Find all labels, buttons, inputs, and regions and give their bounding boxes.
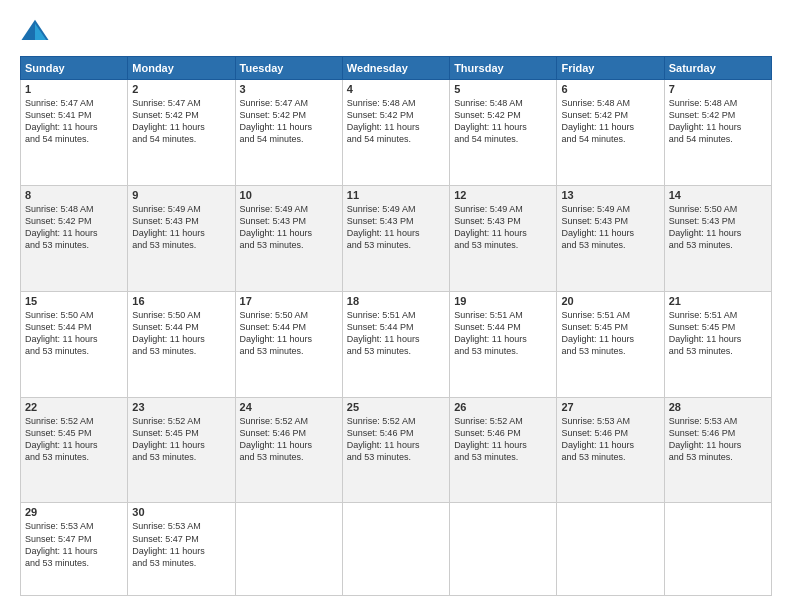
calendar-cell [342, 503, 449, 596]
weekday-header: Tuesday [235, 57, 342, 80]
day-info: Sunrise: 5:52 AMSunset: 5:46 PMDaylight:… [347, 415, 445, 464]
day-number: 4 [347, 83, 445, 95]
day-number: 27 [561, 401, 659, 413]
calendar-cell: 25Sunrise: 5:52 AMSunset: 5:46 PMDayligh… [342, 397, 449, 503]
day-number: 14 [669, 189, 767, 201]
calendar-cell [664, 503, 771, 596]
calendar-week-row: 8Sunrise: 5:48 AMSunset: 5:42 PMDaylight… [21, 185, 772, 291]
calendar-cell: 6Sunrise: 5:48 AMSunset: 5:42 PMDaylight… [557, 80, 664, 186]
calendar-cell: 30Sunrise: 5:53 AMSunset: 5:47 PMDayligh… [128, 503, 235, 596]
weekday-header-row: SundayMondayTuesdayWednesdayThursdayFrid… [21, 57, 772, 80]
calendar-cell: 15Sunrise: 5:50 AMSunset: 5:44 PMDayligh… [21, 291, 128, 397]
calendar-week-row: 1Sunrise: 5:47 AMSunset: 5:41 PMDaylight… [21, 80, 772, 186]
calendar-week-row: 29Sunrise: 5:53 AMSunset: 5:47 PMDayligh… [21, 503, 772, 596]
day-info: Sunrise: 5:48 AMSunset: 5:42 PMDaylight:… [561, 97, 659, 146]
day-number: 16 [132, 295, 230, 307]
svg-marker-1 [35, 24, 46, 41]
calendar-cell [557, 503, 664, 596]
day-number: 18 [347, 295, 445, 307]
day-number: 22 [25, 401, 123, 413]
calendar-cell: 14Sunrise: 5:50 AMSunset: 5:43 PMDayligh… [664, 185, 771, 291]
day-number: 11 [347, 189, 445, 201]
day-number: 15 [25, 295, 123, 307]
logo-icon [20, 16, 50, 46]
day-info: Sunrise: 5:52 AMSunset: 5:45 PMDaylight:… [25, 415, 123, 464]
calendar-cell: 10Sunrise: 5:49 AMSunset: 5:43 PMDayligh… [235, 185, 342, 291]
calendar-cell: 18Sunrise: 5:51 AMSunset: 5:44 PMDayligh… [342, 291, 449, 397]
weekday-header: Monday [128, 57, 235, 80]
day-info: Sunrise: 5:51 AMSunset: 5:45 PMDaylight:… [561, 309, 659, 358]
calendar-cell: 3Sunrise: 5:47 AMSunset: 5:42 PMDaylight… [235, 80, 342, 186]
day-info: Sunrise: 5:51 AMSunset: 5:45 PMDaylight:… [669, 309, 767, 358]
day-info: Sunrise: 5:51 AMSunset: 5:44 PMDaylight:… [454, 309, 552, 358]
day-info: Sunrise: 5:53 AMSunset: 5:46 PMDaylight:… [561, 415, 659, 464]
day-info: Sunrise: 5:48 AMSunset: 5:42 PMDaylight:… [25, 203, 123, 252]
calendar-table: SundayMondayTuesdayWednesdayThursdayFrid… [20, 56, 772, 596]
calendar-cell: 9Sunrise: 5:49 AMSunset: 5:43 PMDaylight… [128, 185, 235, 291]
day-number: 24 [240, 401, 338, 413]
day-number: 12 [454, 189, 552, 201]
calendar-cell: 13Sunrise: 5:49 AMSunset: 5:43 PMDayligh… [557, 185, 664, 291]
day-number: 3 [240, 83, 338, 95]
day-info: Sunrise: 5:53 AMSunset: 5:46 PMDaylight:… [669, 415, 767, 464]
calendar-cell: 22Sunrise: 5:52 AMSunset: 5:45 PMDayligh… [21, 397, 128, 503]
day-info: Sunrise: 5:47 AMSunset: 5:42 PMDaylight:… [132, 97, 230, 146]
day-info: Sunrise: 5:50 AMSunset: 5:44 PMDaylight:… [240, 309, 338, 358]
calendar-cell: 17Sunrise: 5:50 AMSunset: 5:44 PMDayligh… [235, 291, 342, 397]
day-info: Sunrise: 5:50 AMSunset: 5:44 PMDaylight:… [132, 309, 230, 358]
day-info: Sunrise: 5:53 AMSunset: 5:47 PMDaylight:… [132, 520, 230, 569]
day-number: 30 [132, 506, 230, 518]
day-info: Sunrise: 5:50 AMSunset: 5:44 PMDaylight:… [25, 309, 123, 358]
day-number: 19 [454, 295, 552, 307]
calendar-cell: 12Sunrise: 5:49 AMSunset: 5:43 PMDayligh… [450, 185, 557, 291]
day-info: Sunrise: 5:48 AMSunset: 5:42 PMDaylight:… [347, 97, 445, 146]
day-info: Sunrise: 5:50 AMSunset: 5:43 PMDaylight:… [669, 203, 767, 252]
calendar-cell: 28Sunrise: 5:53 AMSunset: 5:46 PMDayligh… [664, 397, 771, 503]
calendar-cell: 8Sunrise: 5:48 AMSunset: 5:42 PMDaylight… [21, 185, 128, 291]
calendar-cell: 24Sunrise: 5:52 AMSunset: 5:46 PMDayligh… [235, 397, 342, 503]
calendar-cell: 23Sunrise: 5:52 AMSunset: 5:45 PMDayligh… [128, 397, 235, 503]
calendar-week-row: 15Sunrise: 5:50 AMSunset: 5:44 PMDayligh… [21, 291, 772, 397]
day-number: 9 [132, 189, 230, 201]
day-info: Sunrise: 5:52 AMSunset: 5:46 PMDaylight:… [454, 415, 552, 464]
day-number: 5 [454, 83, 552, 95]
weekday-header: Thursday [450, 57, 557, 80]
day-number: 10 [240, 189, 338, 201]
calendar-cell: 7Sunrise: 5:48 AMSunset: 5:42 PMDaylight… [664, 80, 771, 186]
calendar-cell: 20Sunrise: 5:51 AMSunset: 5:45 PMDayligh… [557, 291, 664, 397]
calendar-cell: 26Sunrise: 5:52 AMSunset: 5:46 PMDayligh… [450, 397, 557, 503]
day-info: Sunrise: 5:47 AMSunset: 5:42 PMDaylight:… [240, 97, 338, 146]
calendar-cell: 4Sunrise: 5:48 AMSunset: 5:42 PMDaylight… [342, 80, 449, 186]
calendar-cell: 29Sunrise: 5:53 AMSunset: 5:47 PMDayligh… [21, 503, 128, 596]
day-info: Sunrise: 5:49 AMSunset: 5:43 PMDaylight:… [347, 203, 445, 252]
day-info: Sunrise: 5:48 AMSunset: 5:42 PMDaylight:… [669, 97, 767, 146]
weekday-header: Saturday [664, 57, 771, 80]
calendar-cell: 27Sunrise: 5:53 AMSunset: 5:46 PMDayligh… [557, 397, 664, 503]
calendar-week-row: 22Sunrise: 5:52 AMSunset: 5:45 PMDayligh… [21, 397, 772, 503]
day-info: Sunrise: 5:51 AMSunset: 5:44 PMDaylight:… [347, 309, 445, 358]
logo [20, 16, 54, 46]
page: SundayMondayTuesdayWednesdayThursdayFrid… [0, 0, 792, 612]
calendar-cell: 2Sunrise: 5:47 AMSunset: 5:42 PMDaylight… [128, 80, 235, 186]
day-info: Sunrise: 5:52 AMSunset: 5:45 PMDaylight:… [132, 415, 230, 464]
weekday-header: Wednesday [342, 57, 449, 80]
calendar-cell [450, 503, 557, 596]
day-info: Sunrise: 5:47 AMSunset: 5:41 PMDaylight:… [25, 97, 123, 146]
calendar-cell [235, 503, 342, 596]
day-number: 29 [25, 506, 123, 518]
day-number: 17 [240, 295, 338, 307]
day-number: 2 [132, 83, 230, 95]
day-number: 20 [561, 295, 659, 307]
day-number: 13 [561, 189, 659, 201]
day-number: 1 [25, 83, 123, 95]
calendar-cell: 19Sunrise: 5:51 AMSunset: 5:44 PMDayligh… [450, 291, 557, 397]
weekday-header: Friday [557, 57, 664, 80]
day-number: 28 [669, 401, 767, 413]
day-number: 7 [669, 83, 767, 95]
day-info: Sunrise: 5:49 AMSunset: 5:43 PMDaylight:… [561, 203, 659, 252]
day-info: Sunrise: 5:49 AMSunset: 5:43 PMDaylight:… [132, 203, 230, 252]
calendar-cell: 11Sunrise: 5:49 AMSunset: 5:43 PMDayligh… [342, 185, 449, 291]
day-number: 21 [669, 295, 767, 307]
header [20, 16, 772, 46]
day-number: 25 [347, 401, 445, 413]
